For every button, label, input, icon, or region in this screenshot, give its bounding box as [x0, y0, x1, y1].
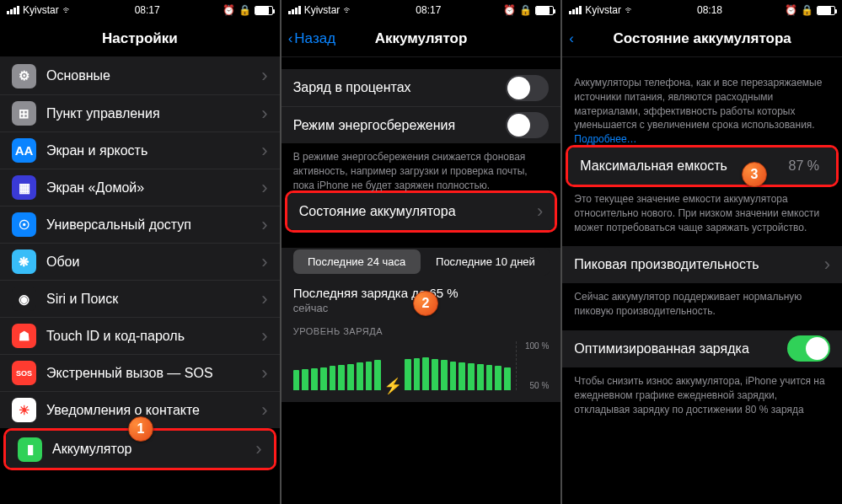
optimized-footer: Чтобы снизить износ аккумулятора, iPhone…	[562, 367, 842, 416]
row-low-power[interactable]: Режим энергосбережения	[282, 106, 561, 143]
orientation-lock-icon: 🔒	[239, 4, 251, 16]
settings-row[interactable]: ▦Экран «Домой»	[0, 169, 280, 206]
callout-1: 1	[128, 416, 153, 442]
max-capacity-footer: Это текущее значение емкости аккумулятор…	[562, 185, 842, 234]
page-title: Состояние аккумулятора	[614, 30, 791, 47]
row-label: Аккумулятор	[52, 442, 245, 457]
row-max-capacity[interactable]: Максимальная емкость 87 %	[568, 147, 836, 185]
row-label: Универсальный доступ	[46, 217, 251, 233]
orientation-lock-icon: 🔒	[519, 4, 532, 16]
orientation-lock-icon: 🔒	[801, 4, 813, 16]
row-label: Режим энергосбережения	[293, 118, 496, 133]
settings-row[interactable]: ⚙Основные	[0, 57, 280, 94]
signal-icon	[569, 6, 582, 14]
settings-row[interactable]: AAЭкран и яркость	[0, 131, 280, 169]
chevron-left-icon: ‹	[288, 30, 293, 47]
callout-3: 3	[742, 162, 767, 187]
screen-settings: Kyivstar ᯤ 08:17 ⏰ 🔒 Настройки ⚙Основные…	[0, 0, 280, 504]
row-icon: ▮	[18, 437, 42, 462]
bolt-icon: ⚡	[383, 377, 402, 395]
toggle-low-power[interactable]	[506, 112, 549, 138]
carrier-label: Kyivstar	[23, 4, 59, 16]
row-optimized-charging[interactable]: Оптимизированная зарядка	[562, 330, 842, 367]
wifi-icon: ᯤ	[343, 4, 353, 16]
callout-2: 2	[413, 291, 438, 316]
status-bar: Kyivstar ᯤ 08:17 ⏰ 🔒	[0, 0, 280, 20]
row-icon: AA	[12, 138, 36, 163]
row-icon: ⊞	[12, 101, 36, 126]
status-bar: Kyivstar ᯤ 08:17 ⏰ 🔒	[282, 0, 561, 20]
signal-icon	[7, 6, 19, 14]
signal-icon	[288, 6, 301, 14]
y-tick: 50 %	[525, 381, 549, 390]
y-tick: 100 %	[525, 341, 549, 351]
segmented-control[interactable]: Последние 24 часа Последние 10 дней	[292, 248, 551, 276]
row-icon: ◉	[12, 287, 36, 311]
intro-body: Аккумуляторы телефона, как и все перезар…	[574, 77, 822, 131]
peak-footer: Сейчас аккумулятор поддерживает нормальн…	[562, 283, 842, 319]
row-icon: SOS	[12, 361, 36, 385]
back-button[interactable]: ‹Назад	[288, 30, 335, 47]
carrier-label: Kyivstar	[304, 4, 341, 16]
alarm-icon: ⏰	[503, 4, 516, 16]
clock: 08:17	[135, 4, 160, 16]
row-label: Основные	[46, 68, 251, 83]
toggle-optimized-charging[interactable]	[787, 335, 830, 362]
toggle-battery-percent[interactable]	[506, 75, 549, 101]
battery-icon	[817, 6, 835, 15]
page-title: Аккумулятор	[375, 30, 468, 47]
battery-chart: ⚡ 100 %50 %	[293, 341, 550, 390]
settings-row[interactable]: ☗Touch ID и код-пароль	[0, 317, 280, 354]
settings-row[interactable]: ◉Siri и Поиск	[0, 280, 280, 317]
settings-row[interactable]: ☉Универсальный доступ	[0, 206, 280, 243]
row-label: Экран и яркость	[46, 143, 251, 158]
row-label: Siri и Поиск	[46, 292, 251, 307]
row-label: Touch ID и код-пароль	[46, 329, 251, 344]
settings-row[interactable]: SOSЭкстренный вызов — SOS	[0, 354, 280, 391]
seg-24h[interactable]: Последние 24 часа	[293, 249, 421, 274]
alarm-icon: ⏰	[785, 4, 797, 16]
navbar: ‹ Состояние аккумулятора	[562, 20, 842, 57]
row-label: Состояние аккумулятора	[299, 204, 527, 219]
status-bar: Kyivstar ᯤ 08:18 ⏰ 🔒	[562, 0, 842, 20]
row-icon: ☗	[12, 324, 36, 348]
row-icon: ❋	[12, 249, 36, 274]
battery-icon	[255, 6, 273, 15]
chart-caption: УРОВЕНЬ ЗАРЯДА	[293, 326, 550, 336]
navbar: ‹Назад Аккумулятор	[282, 20, 561, 57]
settings-row[interactable]: ❋Обои	[0, 243, 280, 280]
screen-battery-health: Kyivstar ᯤ 08:18 ⏰ 🔒 ‹ Состояние аккумул…	[562, 0, 842, 504]
row-label: Оптимизированная зарядка	[574, 341, 777, 357]
seg-10d[interactable]: Последние 10 дней	[422, 249, 550, 274]
chevron-left-icon: ‹	[569, 30, 574, 47]
screen-battery: Kyivstar ᯤ 08:17 ⏰ 🔒 ‹Назад Аккумулятор …	[282, 0, 561, 504]
max-capacity-value: 87 %	[789, 158, 819, 174]
wifi-icon: ᯤ	[625, 4, 635, 16]
row-label: Пиковая производительность	[574, 257, 813, 272]
row-battery-health[interactable]: Состояние аккумулятора	[287, 193, 555, 230]
row-icon: ▦	[12, 175, 36, 200]
back-label: Назад	[294, 30, 335, 47]
row-battery-percent[interactable]: Заряд в процентах	[282, 69, 561, 106]
wifi-icon: ᯤ	[62, 4, 72, 16]
clock: 08:18	[697, 4, 722, 16]
row-label: Экстренный вызов — SOS	[46, 366, 251, 381]
low-power-footer: В режиме энергосбережения снижается фоно…	[282, 143, 561, 192]
row-label: Уведомления о контакте	[46, 403, 251, 418]
learn-more-link[interactable]: Подробнее…	[574, 133, 636, 145]
row-label: Обои	[46, 255, 251, 270]
row-icon: ☀	[12, 398, 36, 422]
row-icon: ⚙	[12, 64, 36, 88]
row-peak-performance[interactable]: Пиковая производительность	[562, 246, 842, 283]
settings-row[interactable]: ⊞Пункт управления	[0, 94, 280, 131]
back-button[interactable]: ‹	[569, 30, 574, 47]
page-title: Настройки	[102, 30, 178, 47]
row-label: Заряд в процентах	[293, 80, 496, 95]
row-icon: ☉	[12, 212, 36, 237]
navbar: Настройки	[0, 20, 280, 57]
battery-icon	[535, 6, 554, 15]
carrier-label: Kyivstar	[585, 4, 621, 16]
row-label: Экран «Домой»	[46, 180, 251, 196]
intro-text: Аккумуляторы телефона, как и все перезар…	[562, 57, 842, 147]
row-label: Пункт управления	[46, 106, 251, 121]
